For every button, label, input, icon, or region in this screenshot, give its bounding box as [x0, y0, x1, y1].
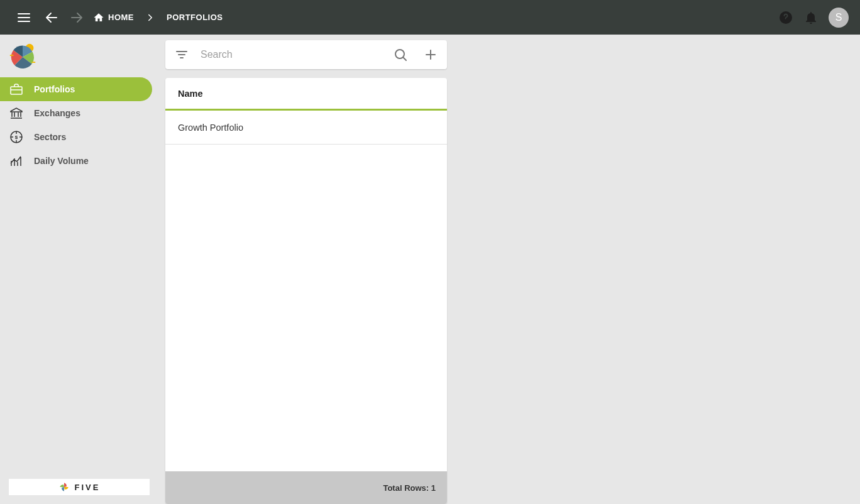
chart-icon: [9, 153, 24, 168]
footer-brand-label: FIVE: [75, 483, 101, 492]
chevron-right-icon: [145, 12, 156, 23]
notifications-button[interactable]: [798, 5, 824, 30]
app-logo: [0, 35, 152, 77]
help-button[interactable]: [773, 5, 798, 30]
list-header[interactable]: Name: [165, 78, 447, 111]
briefcase-icon: [9, 82, 24, 97]
svg-rect-5: [11, 87, 22, 94]
portfolio-list: Name Growth Portfolio Total Rows: 1: [165, 78, 447, 504]
hamburger-icon: [16, 10, 31, 25]
add-icon[interactable]: [423, 47, 438, 62]
sidebar-nav: Portfolios Exchanges $ Sectors Daily Vol…: [0, 77, 152, 173]
filter-icon[interactable]: [174, 47, 189, 62]
sidebar-item-label: Exchanges: [34, 108, 80, 118]
sidebar-item-exchanges[interactable]: Exchanges: [0, 101, 152, 125]
breadcrumb-current-label: PORTFOLIOS: [167, 13, 223, 22]
arrow-left-icon: [44, 10, 59, 25]
list-footer-label: Total Rows:: [383, 483, 429, 493]
sidebar-item-portfolios[interactable]: Portfolios: [0, 77, 152, 101]
arrow-right-icon: [69, 10, 84, 25]
sidebar-item-daily-volume[interactable]: Daily Volume: [0, 149, 152, 173]
footer-brand[interactable]: FIVE: [9, 479, 150, 495]
pie-chart-icon: [9, 42, 36, 70]
bell-icon: [803, 10, 819, 25]
sidebar-item-label: Daily Volume: [34, 156, 89, 166]
sidebar: Portfolios Exchanges $ Sectors Daily Vol…: [0, 35, 152, 504]
breadcrumb: HOME PORTFOLIOS: [89, 12, 227, 23]
list-footer: Total Rows: 1: [165, 471, 447, 504]
breadcrumb-home-label: HOME: [108, 13, 134, 22]
svg-text:$: $: [15, 134, 18, 140]
back-button[interactable]: [39, 5, 64, 30]
help-icon: [778, 10, 793, 25]
sidebar-item-sectors[interactable]: $ Sectors: [0, 125, 152, 149]
list-body: Growth Portfolio: [165, 111, 447, 471]
target-icon: $: [9, 129, 24, 145]
breadcrumb-current[interactable]: PORTFOLIOS: [163, 13, 227, 22]
list-row-name: Growth Portfolio: [178, 123, 243, 133]
breadcrumb-home[interactable]: HOME: [89, 12, 138, 23]
breadcrumb-separator: [138, 12, 163, 23]
list-footer-count: 1: [431, 483, 436, 493]
avatar[interactable]: S: [829, 8, 849, 28]
avatar-initial: S: [835, 12, 842, 23]
svg-point-1: [785, 19, 786, 21]
list-header-name: Name: [178, 89, 203, 99]
forward-button[interactable]: [64, 5, 89, 30]
search-bar: [165, 40, 447, 69]
menu-button[interactable]: [11, 5, 36, 30]
search-input[interactable]: [201, 49, 382, 60]
pinwheel-icon: [58, 481, 70, 493]
bank-icon: [9, 106, 24, 121]
sidebar-item-label: Sectors: [34, 132, 66, 142]
topbar-actions: S: [773, 5, 849, 30]
topbar: HOME PORTFOLIOS S: [0, 0, 860, 35]
svg-rect-3: [10, 55, 14, 56]
svg-rect-4: [32, 62, 36, 63]
list-row[interactable]: Growth Portfolio: [165, 111, 447, 145]
main-column: Name Growth Portfolio Total Rows: 1: [165, 35, 447, 504]
home-icon: [93, 12, 104, 23]
sidebar-item-label: Portfolios: [34, 84, 75, 94]
search-icon[interactable]: [393, 47, 408, 62]
